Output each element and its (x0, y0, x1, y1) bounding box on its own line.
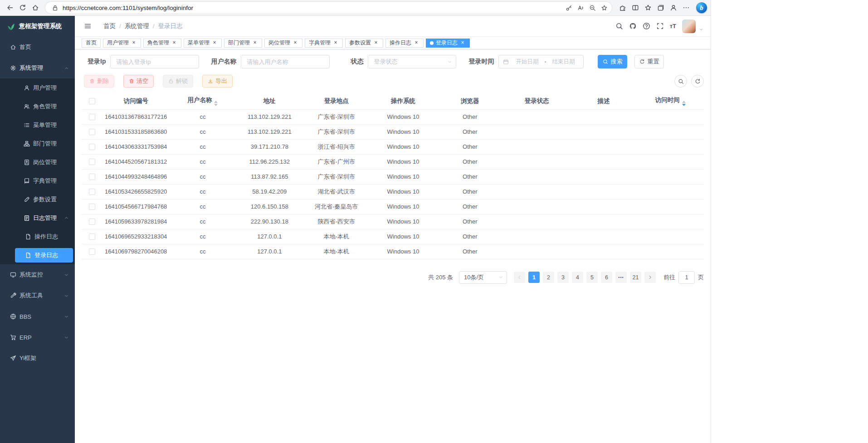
help-icon[interactable] (643, 22, 650, 30)
row-checkbox[interactable] (89, 204, 95, 210)
column-header-visit-time[interactable]: 访问时间 (637, 93, 704, 109)
font-size-icon[interactable]: тT (670, 23, 676, 29)
zoom-out-icon[interactable] (586, 2, 598, 13)
sort-carets-icon[interactable] (214, 101, 218, 106)
sidebar-item-menu-management[interactable]: 菜单管理 (0, 116, 75, 134)
split-screen-icon[interactable] (629, 1, 642, 14)
close-tab-icon[interactable]: × (252, 40, 258, 46)
sidebar-item-role-management[interactable]: 角色管理 (0, 97, 75, 116)
goto-page-input[interactable] (678, 271, 695, 284)
unlock-button[interactable]: 解锁 (163, 75, 193, 88)
select-all-checkbox[interactable] (89, 98, 95, 104)
tab-role-management[interactable]: 角色管理× (143, 39, 181, 48)
back-icon[interactable] (4, 1, 16, 14)
export-button[interactable]: 导出 (202, 75, 233, 88)
tab-post-management[interactable]: 岗位管理× (264, 39, 302, 48)
prev-page-button[interactable] (514, 272, 525, 283)
page-button-21[interactable]: 21 (630, 272, 641, 283)
profile-person-icon[interactable] (667, 1, 680, 14)
sort-carets-icon[interactable] (682, 101, 686, 106)
row-checkbox[interactable] (89, 114, 95, 120)
tab-login-log[interactable]: 登录日志× (426, 39, 470, 48)
row-checkbox[interactable] (89, 248, 95, 255)
browser-menu-dots-icon[interactable] (680, 1, 692, 14)
sidebar-item-system-monitor[interactable]: 系统监控 (0, 264, 75, 285)
row-checkbox[interactable] (89, 234, 95, 240)
column-header-user-name[interactable]: 用户名称 (169, 93, 236, 109)
row-checkbox[interactable] (89, 189, 95, 195)
page-button-6[interactable]: 6 (601, 272, 612, 283)
sidebar-item-post-management[interactable]: 岗位管理 (0, 153, 75, 171)
status-select[interactable]: 登录状态 (368, 55, 456, 68)
next-page-button[interactable] (644, 272, 656, 283)
tab-operation-log[interactable]: 操作日志× (385, 39, 424, 48)
github-icon[interactable] (629, 22, 637, 30)
refresh-icon[interactable] (16, 1, 29, 14)
row-checkbox[interactable] (89, 159, 95, 165)
sidebar-item-erp[interactable]: ERP (0, 327, 75, 348)
address-bar[interactable]: https://ccnetcore.com:1101/system/log/lo… (45, 2, 612, 14)
tab-dict-management[interactable]: 字典管理× (305, 39, 343, 48)
fullscreen-icon[interactable] (656, 22, 664, 30)
close-tab-icon[interactable]: × (211, 40, 218, 46)
row-checkbox[interactable] (89, 174, 95, 180)
bing-chat-icon[interactable]: b (696, 2, 707, 13)
sidebar-item-yi-framework[interactable]: Yi框架 (0, 348, 75, 369)
delete-button[interactable]: 删除 (84, 75, 114, 88)
page-button-3[interactable]: 3 (557, 272, 569, 283)
app-logo[interactable]: 意框架管理系统 (0, 16, 75, 37)
favorites-star-icon[interactable] (642, 1, 654, 14)
close-tab-icon[interactable]: × (459, 40, 466, 46)
date-range-picker[interactable]: 开始日期 - 结束日期 (498, 55, 584, 68)
row-checkbox[interactable] (89, 144, 95, 150)
sidebar-item-dept-management[interactable]: 部门管理 (0, 134, 75, 153)
toggle-search-button[interactable] (674, 75, 687, 88)
search-button[interactable]: 搜索 (598, 55, 627, 68)
breadcrumb-home[interactable]: 首页 (103, 22, 116, 30)
search-icon[interactable] (615, 22, 623, 30)
home-icon[interactable] (29, 1, 42, 14)
row-checkbox[interactable] (89, 219, 95, 225)
row-checkbox[interactable] (89, 129, 95, 135)
chevron-down-icon[interactable] (699, 27, 703, 32)
close-tab-icon[interactable]: × (131, 40, 137, 46)
user-avatar[interactable] (682, 19, 696, 33)
site-lock-icon[interactable] (49, 2, 61, 13)
page-button-5[interactable]: 5 (586, 272, 598, 283)
tab-param-settings[interactable]: 参数设置× (345, 39, 383, 48)
add-favorite-star-icon[interactable] (598, 2, 610, 13)
breadcrumb-system[interactable]: 系统管理 (125, 22, 149, 30)
sidebar-item-system-management[interactable]: 系统管理 (0, 58, 75, 78)
close-tab-icon[interactable]: × (292, 40, 298, 46)
tab-dept-management[interactable]: 部门管理× (224, 39, 262, 48)
sidebar-item-param-settings[interactable]: 参数设置 (0, 190, 75, 209)
close-tab-icon[interactable]: × (413, 40, 419, 46)
sidebar-item-system-tools[interactable]: 系统工具 (0, 285, 75, 306)
sidebar-item-login-log[interactable]: 登录日志 (0, 246, 75, 264)
page-button-1[interactable]: 1 (528, 272, 540, 283)
extensions-puzzle-icon[interactable] (616, 1, 629, 14)
more-pages-button[interactable]: ••• (615, 272, 627, 283)
collections-icon[interactable] (654, 1, 667, 14)
refresh-table-button[interactable] (691, 75, 704, 88)
close-tab-icon[interactable]: × (373, 40, 379, 46)
page-button-2[interactable]: 2 (543, 272, 554, 283)
sidebar-item-bbs[interactable]: BBS (0, 306, 75, 327)
close-tab-icon[interactable]: × (332, 40, 339, 46)
sidebar-item-home[interactable]: 首页 (0, 37, 75, 58)
tab-menu-management[interactable]: 菜单管理× (184, 39, 222, 48)
read-aloud-icon[interactable] (575, 2, 586, 13)
sidebar-item-operation-log[interactable]: 操作日志 (0, 227, 75, 246)
sidebar-item-log-management[interactable]: 日志管理 (0, 209, 75, 227)
sidebar-item-user-management[interactable]: 用户管理 (0, 78, 75, 97)
login-ip-input[interactable] (110, 55, 199, 68)
sidebar-item-dict-management[interactable]: 字典管理 (0, 171, 75, 190)
page-button-4[interactable]: 4 (572, 272, 583, 283)
hamburger-icon[interactable] (84, 22, 92, 30)
tab-user-management[interactable]: 用户管理× (103, 39, 141, 48)
tab-home[interactable]: 首页 (82, 39, 101, 48)
password-key-icon[interactable] (563, 2, 575, 13)
user-name-input[interactable] (241, 55, 330, 68)
page-size-select[interactable]: 10条/页 (459, 271, 507, 284)
clear-button[interactable]: 清空 (123, 75, 154, 88)
